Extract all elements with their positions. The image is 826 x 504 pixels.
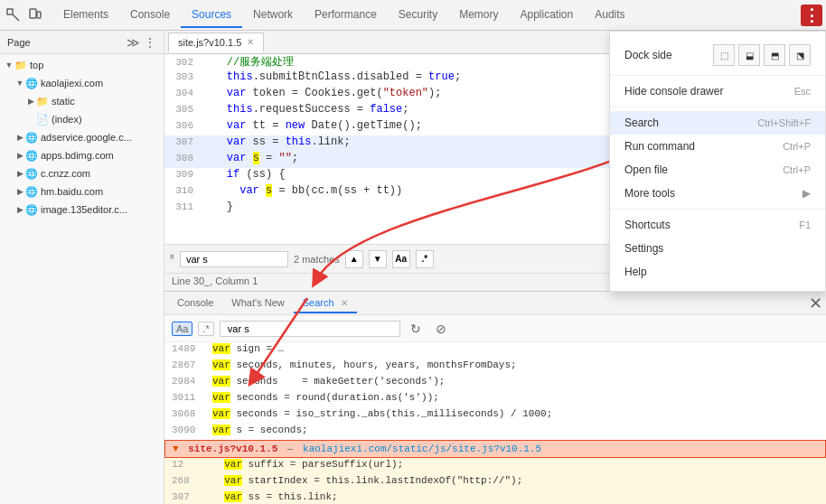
- dock-right-button[interactable]: ⬔: [789, 44, 811, 66]
- tree-label-hmbaidu: hm.baidu.com: [41, 186, 103, 197]
- regex-option[interactable]: .*: [198, 322, 213, 336]
- tab-performance[interactable]: Performance: [304, 3, 388, 28]
- tree-label-static: static: [52, 96, 75, 107]
- close-tab-icon[interactable]: ✕: [247, 37, 254, 47]
- regex-toggle[interactable]: .*: [416, 250, 434, 268]
- tab-elements[interactable]: Elements: [52, 3, 119, 28]
- settings-section: Shortcuts F1 Settings Help: [610, 210, 825, 287]
- tab-sources[interactable]: Sources: [181, 3, 242, 28]
- tree-label-adservice: adservice.google.c...: [41, 132, 132, 143]
- devtools-toolbar: Elements Console Sources Network Perform…: [0, 0, 826, 31]
- search-results[interactable]: 1489 var sign = … 2867 var seconds, minu…: [164, 342, 826, 504]
- result-line-1489[interactable]: 1489 var sign = …: [164, 342, 826, 359]
- result-group-site[interactable]: ▼ site.js?v10.1.5 — kaolajiexi.com/stati…: [164, 440, 826, 458]
- editor-search-input[interactable]: [180, 251, 288, 267]
- dock-section: Dock side ⬚ ⬓ ⬒ ⬔: [610, 35, 825, 76]
- bottom-tabs: Console What's New Search ✕ ✕: [164, 292, 826, 315]
- prev-match-button[interactable]: ▲: [345, 250, 363, 268]
- panel-more-icon[interactable]: ≫ ⋮: [127, 35, 156, 50]
- tree-item-static[interactable]: ▶ 📁 static: [0, 92, 164, 110]
- close-search-tab-icon[interactable]: ✕: [341, 298, 348, 308]
- bottom-tab-search[interactable]: Search ✕: [294, 294, 357, 313]
- inspect-icon[interactable]: [4, 5, 23, 25]
- refresh-search-button[interactable]: ↻: [406, 319, 426, 339]
- open-file-item[interactable]: Open file Ctrl+P: [610, 158, 825, 182]
- bottom-search-input[interactable]: [220, 321, 400, 337]
- bottom-tab-console[interactable]: Console: [168, 294, 222, 313]
- result-line-2867[interactable]: 2867 var seconds, minutes, hours, years,…: [164, 359, 826, 375]
- run-command-shortcut: Ctrl+P: [783, 141, 811, 152]
- dock-bottom-button[interactable]: ⬒: [764, 44, 785, 66]
- svg-line-1: [13, 14, 19, 21]
- shortcuts-label: Shortcuts: [624, 219, 671, 231]
- settings-label: Settings: [624, 242, 663, 255]
- close-bottom-panel-icon[interactable]: ✕: [809, 294, 822, 313]
- case-sensitive-option[interactable]: Aa: [172, 322, 192, 336]
- group-triangle-icon: ▼: [173, 443, 179, 454]
- group-result-268[interactable]: 268 var startIndex = this.link.lastIndex…: [164, 474, 826, 490]
- group-result-307[interactable]: 307 var ss = this.link;: [164, 490, 826, 504]
- result-line-2984[interactable]: 2984 var seconds = makeGetter('seconds')…: [164, 375, 826, 391]
- tab-memory[interactable]: Memory: [448, 3, 509, 28]
- tree-item-index[interactable]: ▶ 📄 (index): [0, 110, 164, 128]
- group-result-12[interactable]: 12 var suffix = parseSuffix(url);: [164, 458, 826, 474]
- settings-item[interactable]: Settings: [610, 237, 825, 260]
- more-tools-arrow: ▶: [803, 187, 811, 200]
- dropdown-menu: Dock side ⬚ ⬓ ⬒ ⬔ Hide console drawer Es…: [609, 31, 826, 292]
- search-menu-label: Search: [624, 117, 659, 129]
- shortcuts-item[interactable]: Shortcuts F1: [610, 213, 825, 237]
- tab-security[interactable]: Security: [388, 3, 448, 28]
- hide-console-label: Hide console drawer: [624, 85, 723, 98]
- left-panel: Page ≫ ⋮ ▼ 📁 top ▼ 🌐 kaolajiexi.com ▶ 📁: [0, 31, 164, 504]
- tree-item-hmbaidu[interactable]: ▶ 🌐 hm.baidu.com: [0, 182, 164, 201]
- dock-undock-button[interactable]: ⬚: [713, 44, 735, 66]
- tab-console[interactable]: Console: [119, 3, 181, 28]
- tree-label-image135: image.135editor.c...: [41, 204, 127, 215]
- help-item[interactable]: Help: [610, 260, 825, 284]
- bottom-panel: Console What's New Search ✕ ✕ Aa .* ↻ ⊘ …: [164, 291, 826, 504]
- hide-console-item[interactable]: Hide console drawer Esc: [610, 79, 825, 103]
- svg-rect-2: [30, 9, 36, 18]
- tab-bar: Elements Console Sources Network Perform…: [52, 3, 801, 28]
- search-menu-item[interactable]: Search Ctrl+Shift+F: [610, 111, 825, 135]
- more-menu-button[interactable]: ⋮: [801, 5, 822, 26]
- file-tree: ▼ 📁 top ▼ 🌐 kaolajiexi.com ▶ 📁 static: [0, 54, 164, 504]
- tree-label-apps: apps.bdimg.com: [41, 150, 114, 161]
- tree-item-apps[interactable]: ▶ 🌐 apps.bdimg.com: [0, 146, 164, 164]
- tree-item-adservice[interactable]: ▶ 🌐 adservice.google.c...: [0, 128, 164, 146]
- tab-audits[interactable]: Audits: [584, 3, 635, 28]
- bottom-tab-whatsnew[interactable]: What's New: [222, 294, 293, 313]
- tree-item-image135[interactable]: ▶ 🌐 image.135editor.c...: [0, 201, 164, 219]
- svg-rect-0: [7, 9, 13, 14]
- more-tools-item[interactable]: More tools ▶: [610, 182, 825, 205]
- open-file-label: Open file: [624, 163, 668, 176]
- tree-item-top[interactable]: ▼ 📁 top: [0, 56, 164, 74]
- search-shortcut: Ctrl+Shift+F: [757, 117, 811, 128]
- result-line-3011[interactable]: 3011 var seconds = round(duration.as('s'…: [164, 391, 826, 407]
- status-text: Line 30_, Column 1: [172, 275, 258, 286]
- tree-label-kaolajiexi: kaolajiexi.com: [41, 78, 103, 89]
- tree-item-ccnzz[interactable]: ▶ 🌐 c.cnzz.com: [0, 164, 164, 182]
- dock-left-button[interactable]: ⬓: [738, 44, 760, 66]
- result-line-3068[interactable]: 3068 var seconds = iso_string._abs(this.…: [164, 407, 826, 424]
- editor-tab-site[interactable]: site.js?v10.1.5 ✕: [168, 33, 264, 52]
- editor-tab-label: site.js?v10.1.5: [178, 37, 241, 48]
- case-sensitive-toggle[interactable]: Aa: [392, 250, 410, 268]
- more-tools-label: More tools: [624, 187, 675, 200]
- run-command-label: Run command: [624, 140, 695, 153]
- clear-search-button[interactable]: ⊘: [431, 319, 451, 339]
- hide-console-shortcut: Esc: [794, 86, 811, 97]
- tree-item-kaolajiexi[interactable]: ▼ 🌐 kaolajiexi.com: [0, 74, 164, 92]
- run-command-item[interactable]: Run command Ctrl+P: [610, 135, 825, 158]
- next-match-button[interactable]: ▼: [369, 250, 387, 268]
- result-line-3090[interactable]: 3090 var s = seconds;: [164, 424, 826, 440]
- bottom-tab-search-label: Search: [303, 297, 334, 308]
- device-icon[interactable]: [25, 5, 45, 25]
- match-count: 2 matches: [294, 254, 340, 265]
- search-section: Search Ctrl+Shift+F Run command Ctrl+P O…: [610, 107, 825, 210]
- group-dash: —: [287, 443, 299, 454]
- tab-application[interactable]: Application: [510, 3, 585, 28]
- tree-label-top: top: [30, 60, 43, 70]
- tab-network[interactable]: Network: [242, 3, 304, 28]
- console-section: Hide console drawer Esc: [610, 76, 825, 107]
